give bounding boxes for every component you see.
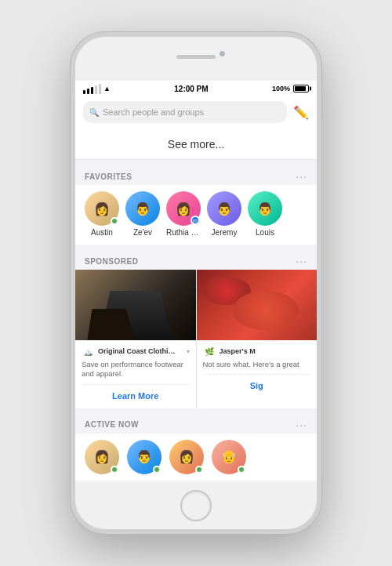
favorite-name: Louis [256,228,274,237]
sponsored-section: 🏔️ Original Coast Clothing ▾ Save on per… [75,270,317,408]
list-item[interactable]: 👨 [127,440,162,474]
list-item[interactable]: 👩 Austin [85,191,119,237]
phone-bottom [75,482,317,529]
ad-card-2[interactable]: 🌿 Jasper's M Not sure what. Here's a gre… [197,270,318,408]
ad-card[interactable]: 🏔️ Original Coast Clothing ▾ Save on per… [75,270,197,408]
status-right: 100% [272,85,309,93]
avatar-wrapper: 👨 [125,191,160,226]
ad-brand-name-1: Original Coast Clothing [98,347,176,355]
active-dot [195,466,203,473]
vol-up-button [71,92,72,114]
list-item[interactable]: 👴 [212,440,246,474]
active-avatars-list: 👩 👨 👩 👴 [75,434,317,481]
status-left: ▲ [83,84,111,94]
ad-description-1: Save on performance footwear and apparel… [82,360,190,379]
search-icon: 🔍 [89,108,99,117]
list-item[interactable]: 👩 m Ruthia He [166,191,201,237]
online-status-dot [111,217,118,225]
battery-percent: 100% [272,85,290,93]
status-time: 12:00 PM [174,85,208,93]
battery-icon [293,85,309,93]
active-now-header: ACTIVE NOW ··· [75,415,317,434]
speaker-grille [176,55,216,59]
ad-brand-row: 🏔️ Original Coast Clothing ▾ [82,345,190,357]
active-now-more-button[interactable]: ··· [296,419,307,430]
ad-brand-inner-2: 🌿 Jasper's M [203,345,256,357]
favorite-name: Ze'ev [133,228,152,237]
avatar-wrapper: 👨 [248,191,282,226]
list-item[interactable]: 👨 Louis [248,191,282,237]
ad-brand-icon-2: 🌿 [203,345,216,357]
sponsored-header: SPONSORED ··· [75,251,317,270]
favorite-name: Jeremy [212,228,238,237]
wifi-icon: ▲ [103,85,111,93]
see-more-text[interactable]: See more... [168,138,224,151]
favorites-list: 👩 Austin 👨 Ze'ev 👩 [75,191,317,237]
sponsored-more-button[interactable]: ··· [296,256,307,267]
status-bar: ▲ 12:00 PM 100% [75,81,317,96]
ad-cta-2[interactable]: Sig [203,374,311,394]
list-item[interactable]: 👨 Ze'ev [125,191,160,237]
phone-frame: ▲ 12:00 PM 100% 🔍 Search people and grou… [71,32,321,534]
ad-cta-1[interactable]: Learn More [82,384,190,404]
power-button [320,100,321,139]
avatar-wrapper: 👨 [207,191,241,226]
active-now-title: ACTIVE NOW [85,420,139,429]
sponsored-ads-list: 🏔️ Original Coast Clothing ▾ Save on per… [75,270,317,408]
signal-strength [83,84,101,94]
list-item[interactable]: 👩 [169,440,204,474]
avatar: 👨 [248,191,282,226]
active-dot [111,466,118,473]
search-bar-container: 🔍 Search people and groups ✏️ [75,96,317,129]
list-item[interactable]: 👩 [85,440,119,474]
learn-more-button[interactable]: Learn More [112,391,158,401]
see-more-section[interactable]: See more... [75,129,317,160]
sponsored-title: SPONSORED [85,257,138,266]
ad-brand-icon-1: 🏔️ [82,345,94,357]
active-dot [153,466,161,473]
ad-image-1 [75,270,196,340]
phone-top [75,37,317,81]
compose-icon[interactable]: ✏️ [293,105,309,120]
avatar-wrapper: 👩 m [166,191,201,226]
search-input[interactable]: Search people and groups [103,107,204,117]
ad-chevron-icon: ▾ [187,348,190,355]
favorites-header: FAVORITES ··· [75,166,317,185]
avatar: 👨 [125,191,160,226]
active-now-section: 👩 👨 👩 👴 [75,434,317,481]
favorite-name: Austin [91,228,113,237]
favorites-section: 👩 Austin 👨 Ze'ev 👩 [75,185,317,245]
home-button[interactable] [180,490,212,521]
screen: ▲ 12:00 PM 100% 🔍 Search people and grou… [75,81,317,482]
avatar-wrapper: 👩 [85,191,119,226]
vol-down-button [71,119,72,141]
ad-brand-inner: 🏔️ Original Coast Clothing [82,345,176,357]
messenger-status-dot: m [191,216,200,225]
favorites-more-button[interactable]: ··· [296,171,307,182]
ad-description-2: Not sure what. Here's a great [203,360,311,369]
ad-brand-name-2: Jasper's M [220,347,256,355]
search-bar[interactable]: 🔍 Search people and groups [83,101,287,123]
silent-button [71,72,72,86]
ad-info-1: 🏔️ Original Coast Clothing ▾ Save on per… [75,340,196,408]
avatar: 👨 [207,191,241,226]
favorite-name: Ruthia He [166,228,201,237]
favorites-title: FAVORITES [85,172,132,181]
signup-button[interactable]: Sig [250,381,263,390]
ad-brand-row-2: 🌿 Jasper's M [203,345,311,357]
ad-image-2 [197,270,318,340]
content-area: See more... FAVORITES ··· 👩 Austin [75,129,317,482]
list-item[interactable]: 👨 Jeremy [207,191,241,237]
ad-info-2: 🌿 Jasper's M Not sure what. Here's a gre… [197,340,318,398]
front-camera [220,51,225,56]
active-dot [238,466,245,473]
